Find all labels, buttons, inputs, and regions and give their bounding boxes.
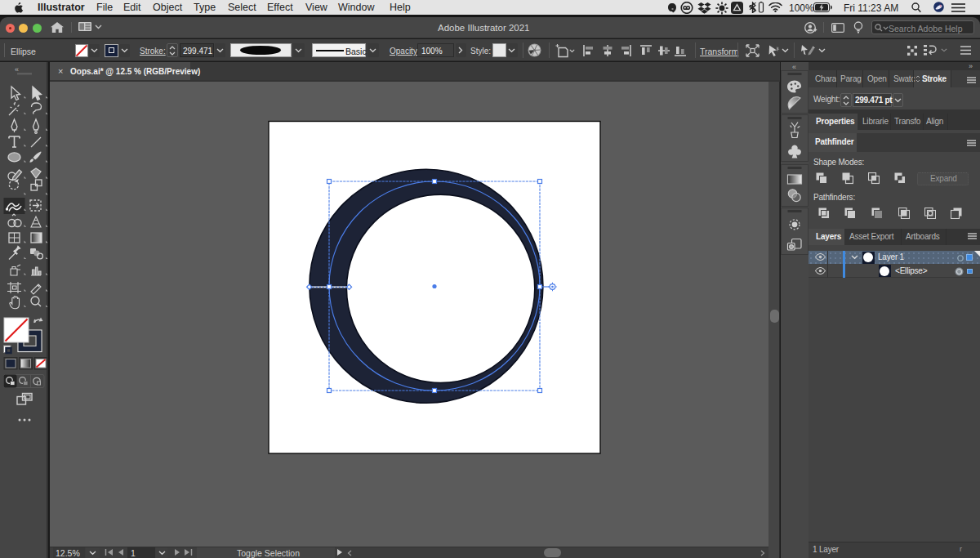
- svg-text:«: «: [792, 63, 796, 71]
- svg-text:«: «: [15, 65, 19, 74]
